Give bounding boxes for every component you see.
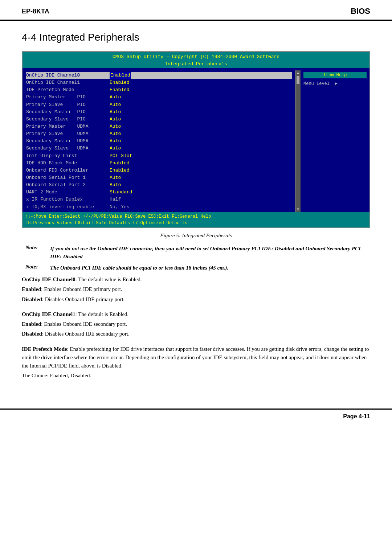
bios-row-15: Onboard Serial Port 2 Auto	[26, 181, 292, 189]
bios-row-18: x TX,RX inverting enable No, Yes	[26, 204, 292, 211]
body-p-2-1: OnChip IDE Channel1: The default is Enab…	[22, 310, 370, 319]
bios-title-line2: Integrated Peripherals	[23, 61, 369, 68]
bios-inner: OnChip IDE Channel0 Enabled OnChip IDE C…	[23, 68, 369, 212]
bios-screenshot: CMOS Setup Utility – Copyright (C) 1984-…	[22, 51, 370, 228]
bios-help-panel: Item Help Menu Level ►	[301, 70, 369, 212]
bios-row-2: IDE Prefetch Mode Enabled	[26, 86, 292, 94]
bios-row-12: IDE HDD Block Mode Enabled	[26, 160, 292, 167]
bios-row-8: Primary Slave UDMA Auto	[26, 130, 292, 138]
bios-footer: ↑↓↔:Move Enter:Select +/-/PU/PD:Value F1…	[23, 212, 369, 227]
body-p-1-1: OnChip IDE Channel0: The default value i…	[22, 275, 370, 284]
bios-row-7: Primary Master UDMA Auto	[26, 123, 292, 130]
header-bios-label: BIOS	[351, 7, 370, 16]
figure-caption: Figure 5: Integrated Peripherals	[22, 233, 370, 239]
body-section-2: OnChip IDE Channel1: The default is Enab…	[22, 310, 370, 338]
bios-row-0: OnChip IDE Channel0 Enabled	[26, 72, 292, 79]
body-p-1-3: Disabled: Disables Onboard IDE primary p…	[22, 295, 370, 304]
note-2: Note: The Onboard PCI IDE cable should b…	[25, 264, 370, 272]
bios-footer-line1: ↑↓↔:Move Enter:Select +/-/PU/PD:Value F1…	[25, 213, 367, 220]
body-p-2-2: Enabled: Enables Onboard IDE secondary p…	[22, 320, 370, 328]
scroll-up-icon: ▲	[297, 71, 299, 75]
body-p-2-3: Disabled: Disables Onboard IDE secondary…	[22, 330, 370, 338]
bios-main-area: OnChip IDE Channel0 Enabled OnChip IDE C…	[23, 70, 301, 212]
header-product-name: EP-8KTA	[22, 8, 49, 15]
bios-row-3: Primary Master PIO Auto	[26, 94, 292, 101]
body-section-3: IDE Prefetch Mode: Enable prefetching fo…	[22, 345, 370, 380]
scroll-down-icon: ▼	[297, 208, 299, 212]
page-footer: Page 4-11	[0, 409, 392, 423]
bios-row-5: Secondary Master PIO Auto	[26, 108, 292, 116]
note-1-text: If you do not use the Onboard IDE connec…	[50, 245, 370, 261]
page-header: EP-8KTA BIOS	[0, 0, 392, 21]
body-p-3-1: IDE Prefetch Mode: Enable prefetching fo…	[22, 345, 370, 370]
bios-row-11: Init Display First PCI Slot	[26, 152, 292, 160]
bios-row-1: OnChip IDE Channel1 Enabled	[26, 79, 292, 86]
bios-row-16: UART 2 Mode Standard	[26, 189, 292, 196]
section-title: 4-4 Integrated Peripherals	[22, 32, 370, 43]
bios-row-13: Onboard FDD Controller Enabled	[26, 167, 292, 174]
bios-scrollbar: ▲ ::::::: ▼	[295, 70, 301, 212]
bios-row-6: Secondary Slave PIO Auto	[26, 116, 292, 123]
bios-row-4: Primary Slave PIO Auto	[26, 101, 292, 108]
note-2-label: Note:	[25, 264, 50, 270]
scroll-thumb	[297, 76, 299, 84]
bios-row-14: Onboard Serial Port 1 Auto	[26, 174, 292, 181]
bios-row-17: x IR Function Duplex Half	[26, 196, 292, 203]
note-1: Note: If you do not use the Onboard IDE …	[25, 245, 370, 261]
bios-row-9: Secondary Master UDMA Auto	[26, 138, 292, 145]
scroll-dots: :::::::	[297, 182, 299, 207]
bios-footer-line2: F5:Previous Values F6:Fail-Safe Defaults…	[25, 220, 367, 226]
body-section-1: OnChip IDE Channel0: The default value i…	[22, 275, 370, 304]
bios-menu-level: Menu Level ►	[303, 81, 367, 87]
notes-block: Note: If you do not use the Onboard IDE …	[22, 245, 370, 272]
body-p-1-2: Enabled: Enables Onboard IDE primary por…	[22, 285, 370, 294]
bios-title-line1: CMOS Setup Utility – Copyright (C) 1984-…	[23, 53, 369, 61]
bios-settings-list: OnChip IDE Channel0 Enabled OnChip IDE C…	[23, 70, 295, 212]
bios-title-bar: CMOS Setup Utility – Copyright (C) 1984-…	[23, 52, 369, 68]
bios-row-10: Secondary Slave UDMA Auto	[26, 145, 292, 152]
page-number: Page 4-11	[343, 413, 370, 420]
note-1-label: Note:	[25, 245, 50, 251]
page-content: 4-4 Integrated Peripherals CMOS Setup Ut…	[0, 21, 392, 401]
body-p-3-2: The Choice: Enabled, Disabled.	[22, 372, 370, 380]
bios-help-title: Item Help	[303, 72, 367, 78]
note-2-text: The Onboard PCI IDE cable should be equa…	[50, 264, 228, 272]
